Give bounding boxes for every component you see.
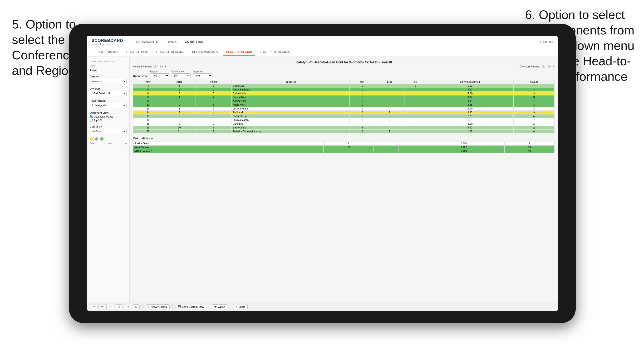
table-cell: 3.67 bbox=[426, 95, 514, 99]
ood-cell: NCAA Division 2 bbox=[133, 149, 324, 153]
table-row: 20117Federica Domecq Lacroze211.336 bbox=[133, 130, 554, 134]
table-cell bbox=[375, 88, 404, 92]
nav-items: TOURNAMENTS TEAMS COMMITTEE bbox=[130, 38, 540, 45]
sidebar-player-rank-section: Player (Rank) 8. Katelyn Vo bbox=[90, 99, 126, 108]
table-cell bbox=[404, 111, 426, 115]
table-cell: 14 bbox=[133, 111, 163, 115]
separator: | bbox=[540, 40, 541, 43]
last-updated-sub: 14:34 bbox=[90, 65, 126, 67]
label-down: Down bbox=[90, 142, 95, 144]
table-cell: 5 bbox=[196, 115, 232, 118]
tab-team-h2h-heatmap[interactable]: TEAM H2H HEATMAP bbox=[152, 49, 188, 55]
table-cell: 1.25 bbox=[426, 115, 514, 118]
table-cell: 2 bbox=[350, 130, 375, 134]
table-cell: Federica Domecq Lacroze bbox=[232, 130, 350, 134]
opponent-view-radio-group: Opponents Played Top 100 bbox=[90, 115, 126, 122]
table-cell bbox=[375, 126, 404, 130]
table-row: 1125Heejo Hyun13.333 bbox=[133, 103, 554, 107]
ood-cell bbox=[374, 149, 398, 153]
sidebar-division-section: Division NCAA Division III bbox=[90, 87, 126, 96]
radio-opponents-played[interactable]: Opponents Played bbox=[90, 115, 126, 118]
tab-player-summary[interactable]: PLAYER SUMMARY bbox=[189, 49, 222, 55]
conference-select[interactable]: (All) bbox=[172, 73, 190, 78]
radio-top100-input[interactable] bbox=[90, 119, 93, 122]
table-cell: 1 bbox=[350, 84, 375, 88]
gender-select[interactable]: Women's Men's bbox=[90, 79, 126, 84]
back-button[interactable]: ⟵ bbox=[106, 304, 114, 309]
table-cell: 15 bbox=[133, 115, 163, 118]
copy-button[interactable]: ⎘ bbox=[116, 305, 122, 309]
table-cell: 13 bbox=[133, 107, 163, 111]
table-cell: 20 bbox=[133, 130, 163, 134]
sidebar-division-label: Division bbox=[90, 87, 126, 90]
tab-player-h2h-heatmap[interactable]: PLAYER H2H HEATMAP bbox=[256, 49, 295, 55]
division-select[interactable]: NCAA Division III bbox=[90, 91, 126, 96]
table-cell: 4 bbox=[514, 99, 554, 103]
colour-select[interactable]: Win/loss bbox=[90, 129, 126, 134]
table-cell: 11 bbox=[133, 103, 163, 107]
table-row: 914Sharon Mun13.673 bbox=[133, 95, 554, 99]
nav-right: | Sign out bbox=[540, 40, 553, 43]
table-cell: Heejo Hyun bbox=[232, 103, 350, 107]
table-cell: Sydney Kuo bbox=[232, 92, 350, 95]
watch-button[interactable]: 👁 Watch bbox=[212, 305, 227, 309]
clock-button[interactable]: ⏱ bbox=[133, 305, 140, 309]
tab-team-h2h-grid[interactable]: TEAM H2H GRID bbox=[122, 49, 152, 55]
table-cell: 2 bbox=[163, 103, 196, 107]
redo-button[interactable]: ↻ bbox=[98, 304, 105, 309]
table-cell: 0.30 bbox=[426, 126, 514, 130]
sidebar-opponent-view-section: Opponent view Opponents Played Top 100 bbox=[90, 111, 126, 122]
ood-cell: 30 bbox=[504, 146, 554, 149]
th-diff: Diff Av Strokes/Rnd bbox=[426, 80, 514, 84]
radio-opponents-played-input[interactable] bbox=[90, 115, 93, 118]
ood-table-row: NAIA Division 1159.26730 bbox=[133, 146, 554, 149]
table-cell: 1 bbox=[350, 92, 375, 95]
th-opponent: Opponent bbox=[232, 80, 350, 84]
ood-cell: 15 bbox=[324, 146, 374, 149]
table-cell: -3.00 bbox=[426, 107, 514, 111]
player-rank-select[interactable]: 8. Katelyn Vo bbox=[90, 103, 126, 108]
table-cell: 4 bbox=[350, 126, 375, 130]
nav-committee[interactable]: COMMITTEE bbox=[181, 38, 207, 45]
table-cell: 16 bbox=[133, 118, 163, 122]
view-original-button[interactable]: 👁 View: Original bbox=[146, 305, 170, 309]
table-cell: 19 bbox=[133, 126, 163, 130]
undo-button[interactable]: ↩ bbox=[91, 304, 97, 309]
dot-down bbox=[90, 137, 93, 141]
page-title: Katelyn Vo Head-to-Head Grid for Women's… bbox=[133, 60, 554, 64]
opponent-select[interactable]: (All) bbox=[193, 73, 212, 78]
sidebar-player-label: Player bbox=[90, 69, 126, 72]
table-cell bbox=[375, 99, 404, 103]
logo-text: SCOREBOARD bbox=[92, 38, 123, 43]
main-content: Last Updated: 27/03/2024 14:34 Player Ge… bbox=[87, 57, 558, 302]
sign-out-link[interactable]: Sign out bbox=[543, 40, 553, 43]
th-div: # Div bbox=[133, 80, 163, 84]
region-label: Region bbox=[150, 70, 169, 73]
tab-player-h2h-grid[interactable]: PLAYER H2H GRID bbox=[223, 49, 255, 56]
save-custom-button[interactable]: 💾 Save Custom View bbox=[176, 304, 206, 309]
forward-button[interactable]: ⟶ bbox=[123, 304, 131, 309]
region-select[interactable]: (All) bbox=[150, 73, 169, 78]
tab-team-summary[interactable]: TEAM SUMMARY bbox=[92, 49, 122, 55]
nav-tournaments[interactable]: TOURNAMENTS bbox=[130, 38, 162, 45]
tablet-screen: SCOREBOARD Powered by clippd TOURNAMENTS… bbox=[87, 36, 558, 311]
radio-top100[interactable]: Top 100 bbox=[90, 119, 126, 122]
table-row: 633Sydney Kuo1-1.003 bbox=[133, 92, 554, 95]
table-cell: 4.00 bbox=[426, 88, 514, 92]
nav-teams[interactable]: TEAMS bbox=[162, 38, 180, 45]
label-level: Level bbox=[107, 142, 112, 144]
table-cell: 8 bbox=[163, 115, 196, 118]
table-row: 1822Euna Lee-5.002 bbox=[133, 122, 554, 126]
share-button[interactable]: ↗ Share bbox=[233, 304, 248, 309]
ood-cell: 4.500 bbox=[423, 142, 504, 146]
table-cell: -1.00 bbox=[426, 92, 514, 95]
table-cell bbox=[404, 103, 426, 107]
records-row: Overall Record: 353 - 34 - 6 Division Re… bbox=[133, 65, 554, 68]
table-cell bbox=[404, 130, 426, 134]
table-cell: 1 bbox=[163, 107, 196, 111]
table-cell: 1 bbox=[350, 118, 375, 122]
sidebar-player-rank-label: Player (Rank) bbox=[90, 99, 126, 102]
table-cell: 11 bbox=[514, 126, 554, 130]
sidebar-player-section: Player bbox=[90, 69, 126, 72]
share-icon: ↗ bbox=[235, 305, 238, 308]
